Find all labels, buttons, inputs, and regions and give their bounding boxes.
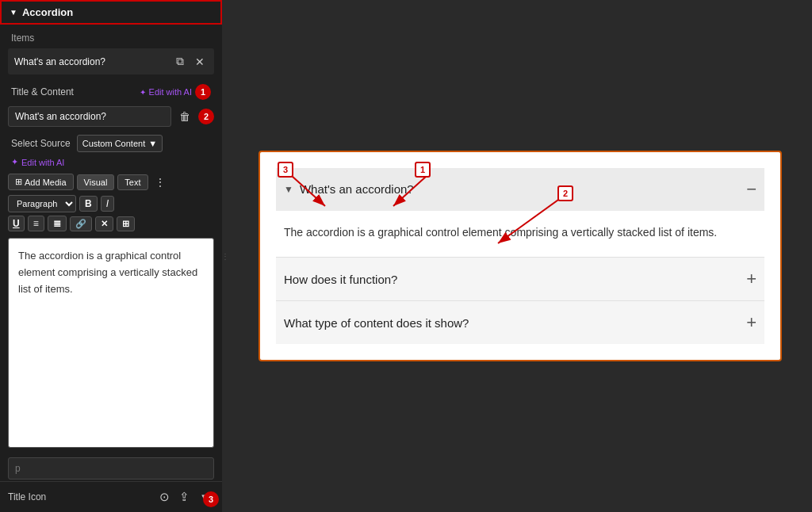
accordion-preview: 3 1 2 ▼ What's an accordion? − The accor… — [259, 151, 782, 361]
accordion-title-3: What type of content does it show? — [284, 316, 469, 330]
title-content-section: Title & Content ✦ Edit with AI 1 — [0, 79, 222, 105]
title-icon-btn-1[interactable]: ⊙ — [156, 488, 173, 506]
title-icon-label: Title Icon — [8, 491, 46, 502]
accordion-title-text-3: What type of content does it show? — [284, 316, 469, 330]
select-source-label: Select Source — [11, 138, 71, 149]
accordion-expand-icon-3[interactable]: + — [746, 312, 756, 333]
title-input-row: 🗑 2 — [8, 106, 214, 127]
accordion-title-text-1: What's an accordion? — [300, 182, 414, 196]
accordion-content-text-1: The accordion is a graphical control ele… — [284, 226, 717, 239]
accordion-expand-icon-2[interactable]: + — [746, 269, 756, 289]
ai-sparkle-icon-1: ✦ — [140, 88, 146, 97]
clear-title-button[interactable]: 🗑 — [176, 109, 193, 124]
title-content-label: Title & Content — [11, 86, 74, 97]
content-editor[interactable]: The accordion is a graphical control ele… — [8, 238, 214, 448]
badge-1: 1 — [195, 84, 211, 100]
underline-button[interactable]: U — [8, 216, 25, 231]
bold-button[interactable]: B — [79, 196, 98, 212]
badge-3: 3 — [203, 491, 219, 507]
list-ul-button[interactable]: ≡ — [28, 216, 44, 231]
accordion-item-3: What type of content does it show? + — [276, 301, 764, 344]
ai-sparkle-icon-2: ✦ — [11, 157, 18, 167]
edit-with-ai-button-1[interactable]: ✦ Edit with AI — [140, 87, 192, 97]
items-section-label: Items — [0, 25, 222, 48]
source-select-arrow: ▼ — [148, 139, 157, 148]
add-media-label: Add Media — [25, 178, 67, 187]
panel-header: ▼ Accordion — [0, 0, 222, 25]
preview-badge-3: 3 — [278, 162, 293, 178]
title-icon-row: Title Icon ⊙ ⇪ ▼ 3 — [0, 481, 222, 512]
preview-badge-1: 1 — [415, 162, 431, 178]
title-icon-btn-2[interactable]: ⇪ — [176, 488, 193, 506]
accordion-header-1[interactable]: ▼ What's an accordion? − — [276, 168, 764, 211]
add-media-button[interactable]: ⊞ Add Media — [8, 174, 74, 190]
edit-with-ai-label-1: Edit with AI — [149, 87, 192, 97]
accordion-item-2: How does it function? + — [276, 258, 764, 301]
accordion-header-3[interactable]: What type of content does it show? + — [276, 301, 764, 344]
placeholder-text: p — [15, 463, 21, 474]
text-label: Text — [124, 178, 140, 187]
source-select-dropdown[interactable]: Custom Content ▼ — [77, 135, 163, 152]
select-source-row: Select Source Custom Content ▼ — [0, 132, 222, 155]
format-row-2: U ≡ ≣ 🔗 ✕ ⊞ — [0, 214, 222, 233]
expand-arrow-icon: ▼ — [10, 8, 17, 17]
editor-options-button[interactable]: ⋮ — [151, 174, 169, 190]
link-button[interactable]: 🔗 — [70, 216, 92, 231]
visual-tab-button[interactable]: Visual — [77, 174, 115, 190]
text-tab-button[interactable]: Text — [117, 174, 147, 190]
format-row: Paragraph B I — [0, 193, 222, 214]
badge-2: 2 — [198, 109, 214, 124]
accordion-item-title: What's an accordion? — [14, 56, 168, 67]
accordion-title-1: ▼ What's an accordion? — [284, 182, 414, 196]
panel-title: Accordion — [22, 6, 73, 18]
right-panel: 3 1 2 ▼ What's an accordion? − The accor… — [228, 0, 812, 512]
accordion-collapse-icon-1[interactable]: − — [746, 179, 756, 200]
accordion-header-2[interactable]: How does it function? + — [276, 258, 764, 300]
edit-with-ai-row-2[interactable]: ✦ Edit with AI — [0, 155, 222, 170]
add-media-icon: ⊞ — [15, 177, 22, 187]
title-input[interactable] — [8, 106, 171, 127]
visual-label: Visual — [84, 178, 108, 187]
accordion-item-1: ▼ What's an accordion? − The accordion i… — [276, 168, 764, 258]
accordion-title-text-2: How does it function? — [284, 273, 397, 286]
edit-with-ai-label-2: Edit with AI — [21, 158, 64, 167]
accordion-arrow-icon-1: ▼ — [284, 184, 293, 195]
toolbar-row: ⊞ Add Media Visual Text ⋮ — [0, 170, 222, 193]
content-placeholder[interactable]: p — [8, 457, 214, 480]
italic-button[interactable]: I — [101, 196, 114, 212]
source-select-value: Custom Content — [82, 139, 145, 148]
delete-item-button[interactable]: ✕ — [192, 54, 208, 70]
accordion-content-1: The accordion is a graphical control ele… — [276, 211, 764, 257]
preview-badge-2: 2 — [557, 185, 573, 201]
paragraph-select[interactable]: Paragraph — [8, 195, 76, 212]
resize-handle[interactable]: ⋮ — [222, 0, 228, 512]
table-button[interactable]: ⊞ — [117, 216, 135, 231]
accordion-title-2: How does it function? — [284, 273, 397, 286]
accordion-item-row: What's an accordion? ⧉ ✕ — [8, 48, 214, 75]
list-ol-button[interactable]: ≣ — [48, 216, 67, 231]
duplicate-item-button[interactable]: ⧉ — [173, 53, 187, 70]
left-panel: ▼ Accordion Items What's an accordion? ⧉… — [0, 0, 222, 512]
content-editor-text: The accordion is a graphical control ele… — [18, 250, 197, 295]
remove-format-button[interactable]: ✕ — [95, 216, 113, 231]
